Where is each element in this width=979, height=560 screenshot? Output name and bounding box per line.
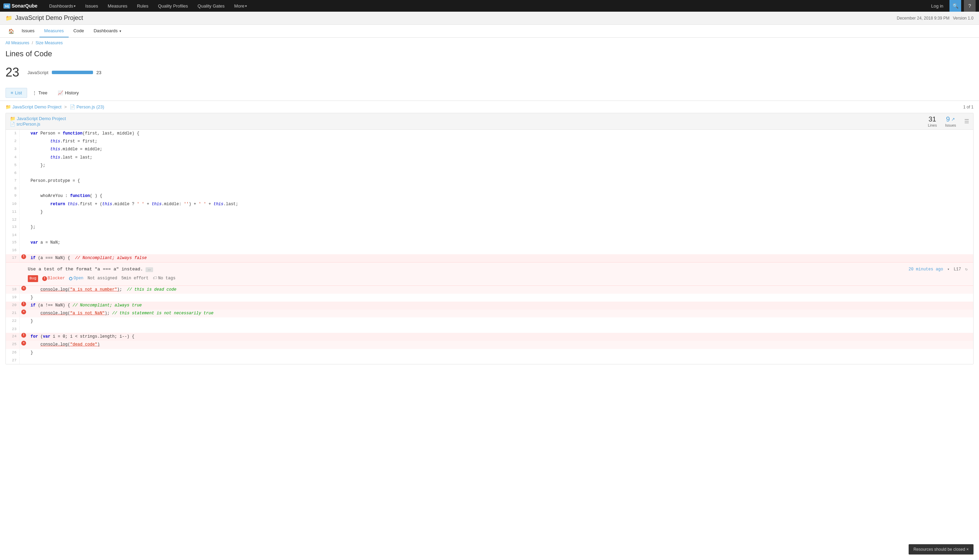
code-line-1: 1 var Person = function(first, last, mid…: [6, 130, 973, 138]
code-container: 📁 JavaScript Demo Project 📄 src/Person.j…: [5, 113, 974, 364]
line-number-14: 14: [6, 232, 20, 239]
code-file-icon: 📄: [10, 122, 15, 127]
line-19-code: }: [28, 294, 973, 302]
line-25-issue-icon[interactable]: ✕: [20, 341, 28, 345]
code-line-7: 7 Person.prototype = {: [6, 177, 973, 185]
code-line-4: 4 this.last = last;: [6, 154, 973, 162]
line-number-3: 3: [6, 145, 20, 153]
refresh-icon[interactable]: ↻: [965, 266, 968, 273]
code-line-24: 24 ! for (var i = 0; i < strings.length;…: [6, 333, 973, 341]
nav-right: Log in 🔍 ?: [928, 0, 976, 12]
login-button[interactable]: Log in: [928, 3, 947, 8]
code-line-3: 3 this.middle = middle;: [6, 145, 973, 153]
line-2-code: this.first = first;: [28, 138, 973, 145]
search-button[interactable]: 🔍: [949, 0, 961, 12]
open-badge: Open: [69, 275, 83, 282]
sub-navigation: 🏠 Issues Measures Code Dashboards ▾: [0, 25, 979, 38]
logo[interactable]: sq SonarQube: [3, 3, 37, 8]
subnav-dashboards[interactable]: Dashboards ▾: [89, 25, 126, 37]
line-number-7: 7: [6, 177, 20, 185]
code-menu[interactable]: ☰: [964, 118, 969, 125]
issue-location: L17: [954, 266, 961, 273]
code-line-23: 23: [6, 326, 973, 333]
line-number-17: 17: [6, 254, 20, 262]
issue-time: 20 minutes ago: [909, 266, 943, 273]
line-number-16: 16: [6, 247, 20, 254]
subnav-code[interactable]: Code: [68, 25, 89, 37]
home-icon[interactable]: 🏠: [5, 25, 17, 37]
issue-time-dropdown[interactable]: ▾: [947, 267, 950, 273]
line-18-code: console.log("a is not a number"); // thi…: [28, 286, 973, 294]
lines-count: 31: [929, 115, 936, 123]
project-header: 📁 JavaScript Demo Project December 24, 2…: [0, 12, 979, 25]
line-number-23: 23: [6, 326, 20, 333]
lines-label: Lines: [928, 123, 937, 127]
line-1-code: var Person = function(first, last, middl…: [28, 130, 973, 138]
line-24-code: for (var i = 0; i < strings.length; i--)…: [28, 333, 973, 341]
nav-more[interactable]: More ▾: [229, 0, 252, 12]
tag-icon: 🏷: [153, 275, 157, 282]
tab-list-label: List: [15, 90, 22, 95]
breadcrumb: All Measures / Size Measures: [0, 38, 979, 48]
line-number-15: 15: [6, 239, 20, 247]
line-number-10: 10: [6, 200, 20, 208]
code-line-19: 19 }: [6, 294, 973, 302]
nav-rules[interactable]: Rules: [132, 0, 153, 12]
code-line-9: 9 whoAreYou : function( ) {: [6, 192, 973, 200]
project-date: December 24, 2018 9:39 PM: [897, 16, 949, 21]
line-number-24: 24: [6, 333, 20, 340]
line-8-code: [28, 185, 973, 186]
file-path-file[interactable]: 📄 Person.js (23): [70, 104, 104, 110]
code-line-8: 8: [6, 185, 973, 192]
menu-icon[interactable]: ☰: [964, 118, 969, 125]
line-6-code: [28, 170, 973, 171]
code-file-name[interactable]: 📄 src/Person.js: [10, 122, 66, 127]
project-folder-icon: 📁: [5, 15, 12, 21]
metric-value: 23: [97, 70, 101, 75]
line-number-20: 20: [6, 302, 20, 309]
breadcrumb-size-measures[interactable]: Size Measures: [35, 40, 62, 45]
line-18-issue-icon[interactable]: ✕: [20, 286, 28, 291]
issue-more-button[interactable]: ···: [145, 267, 153, 272]
chevron-icon: ▾: [74, 4, 75, 8]
line-20-issue-icon[interactable]: !: [20, 302, 28, 307]
issue-detail: Use a test of the format "a === a" inste…: [6, 262, 973, 285]
nav-quality-profiles[interactable]: Quality Profiles: [153, 0, 193, 12]
line-number-4: 4: [6, 154, 20, 161]
code-stats: 31 Lines 9 ↗ Issues ☰: [928, 115, 969, 127]
breadcrumb-all-measures[interactable]: All Measures: [5, 40, 29, 45]
file-icon: 📄: [70, 104, 75, 110]
effort: 5min effort: [121, 275, 148, 282]
tab-tree[interactable]: ⋮ Tree: [27, 88, 53, 98]
metric-label: JavaScript: [27, 70, 48, 75]
code-project-name[interactable]: 📁 JavaScript Demo Project: [10, 116, 66, 121]
code-line-17: 17 ! if (a === NaN) { // Noncompliant; a…: [6, 254, 973, 262]
metric-breakdown: JavaScript 23: [27, 70, 101, 75]
code-line-16: 16: [6, 247, 973, 254]
code-line-20: 20 ! if (a !== NaN) { // Noncompliant; a…: [6, 302, 973, 310]
nav-measures[interactable]: Measures: [103, 0, 132, 12]
code-file-header: 📁 JavaScript Demo Project 📄 src/Person.j…: [6, 113, 973, 130]
subnav-issues[interactable]: Issues: [17, 25, 40, 37]
code-line-22: 22 }: [6, 317, 973, 325]
line-21-issue-icon[interactable]: ✕: [20, 310, 28, 314]
nav-quality-gates[interactable]: Quality Gates: [193, 0, 230, 12]
tab-list[interactable]: ≡ List: [5, 88, 27, 98]
line-24-issue-icon[interactable]: !: [20, 333, 28, 338]
nav-issues[interactable]: Issues: [80, 0, 103, 12]
code-line-10: 10 return this.first + (this.middle ? ' …: [6, 200, 973, 208]
line-number-5: 5: [6, 162, 20, 169]
tab-history[interactable]: 📈 History: [53, 88, 84, 98]
nav-dashboards[interactable]: Dashboards ▾: [44, 0, 80, 12]
line-26-code: }: [28, 349, 973, 357]
error-circle-icon-18: ✕: [21, 286, 26, 291]
error-circle-icon-20: !: [21, 302, 26, 307]
project-meta: December 24, 2018 9:39 PM Version 1.0: [897, 16, 974, 21]
help-button[interactable]: ?: [964, 0, 976, 12]
line-17-issue-icon[interactable]: !: [20, 254, 28, 259]
file-path-project[interactable]: 📁 JavaScript Demo Project: [5, 104, 62, 110]
issues-count[interactable]: 9 ↗: [946, 115, 955, 123]
subnav-measures[interactable]: Measures: [40, 25, 68, 37]
line-number-12: 12: [6, 216, 20, 224]
logo-text: SonarQube: [12, 3, 37, 8]
